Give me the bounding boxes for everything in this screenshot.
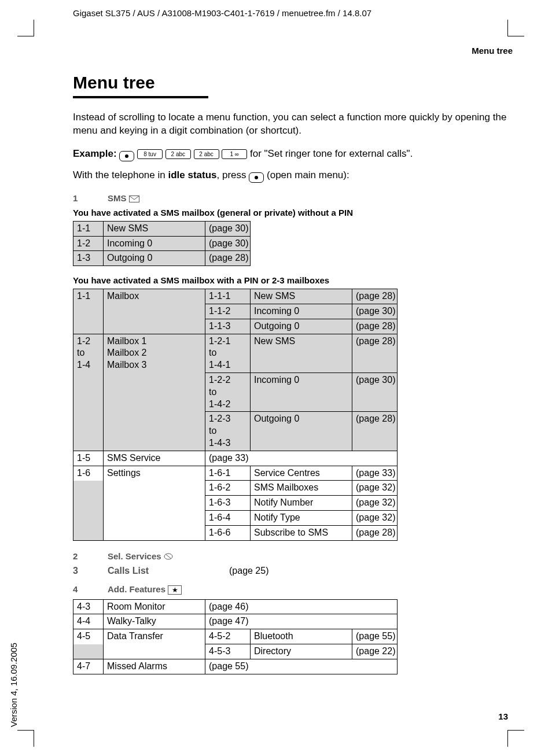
cell-sublabel: Bluetooth <box>251 629 352 644</box>
cell-code: 1-1 <box>73 221 104 236</box>
text: With the telephone in <box>73 169 168 180</box>
cell-page: (page 33) <box>352 466 398 481</box>
cell-subcode: 1-1-1 <box>205 289 251 304</box>
cell-label: Walky-Talky <box>104 614 205 629</box>
key-icon: 1 ∞ <box>222 149 247 159</box>
version-text: Version 4, 16.09.2005 <box>9 643 19 727</box>
page-title: Menu tree <box>73 73 515 93</box>
cell-label: New SMS <box>104 221 205 236</box>
cell-subcode: 1-1-2 <box>205 304 251 319</box>
example-label: Example: <box>73 148 117 159</box>
cell-page: (page 28) <box>205 251 251 266</box>
cell-page: (page 55) <box>205 659 398 674</box>
cell-subcode: 1-6-1 <box>205 466 251 481</box>
idle-instruction: With the telephone in idle status, press… <box>73 169 515 183</box>
cell-page: (page 30) <box>352 373 398 412</box>
cell-page: (page 32) <box>352 481 398 496</box>
table-row: 4-7 Missed Alarms (page 55) <box>73 659 398 674</box>
intro-text: Instead of scrolling to locate a menu fu… <box>73 111 515 138</box>
table-row: 1-6-6 Subscribe to SMS (page 28) <box>73 525 398 540</box>
cell-label: Missed Alarms <box>104 659 205 674</box>
star-icon: ★ <box>168 585 182 595</box>
cell-page: (page 28) <box>352 334 398 373</box>
cell-sublabel: New SMS <box>251 334 352 373</box>
cell-page: (page 33) <box>205 451 398 466</box>
crop-mark-icon <box>507 730 524 747</box>
cell-sublabel: Incoming 0 <box>251 304 352 319</box>
cell-code: 4-4 <box>73 614 104 629</box>
cell-code: 4-7 <box>73 659 104 674</box>
note-with-pin: You have activated a SMS mailbox with a … <box>73 275 515 285</box>
cell-subcode: 1-2-2to1-4-2 <box>205 373 251 412</box>
cell-code: 1-2to1-4 <box>73 334 104 373</box>
example-tail: for "Set ringer tone for external calls"… <box>250 148 413 159</box>
section-label: Calls List <box>108 566 206 576</box>
envelope-icon <box>129 196 139 202</box>
cell-page: (page 28) <box>352 525 398 540</box>
table-row: 1-6-2 SMS Mailboxes (page 32) <box>73 481 398 496</box>
section-header-services: 2 Sel. Services <box>73 551 515 561</box>
cell-sublabel: Notify Type <box>251 511 352 526</box>
table-row: 1-1-2 Incoming 0 (page 30) <box>73 304 398 319</box>
cell-page: (page 28) <box>352 412 398 451</box>
table-row: 1-1 New SMS (page 30) <box>73 221 251 236</box>
cell-subcode: 4-5-2 <box>205 629 251 644</box>
note-no-pin: You have activated a SMS mailbox (genera… <box>73 208 515 217</box>
cell-code: 1-1 <box>73 289 104 304</box>
crop-mark-icon <box>17 20 34 36</box>
cell-label: Settings <box>104 466 205 481</box>
table-row: 1-2-3to1-4-3 Outgoing 0 (page 28) <box>73 412 398 451</box>
cell-sublabel: New SMS <box>251 289 352 304</box>
cell-code: 1-3 <box>73 251 104 266</box>
section-number: 2 <box>73 551 84 561</box>
cell-sublabel: Subscribe to SMS <box>251 525 352 540</box>
center-key-icon <box>249 172 264 183</box>
cell-subcode: 1-1-3 <box>205 319 251 334</box>
cell-page: (page 46) <box>205 599 398 614</box>
cell-page: (page 55) <box>352 629 398 644</box>
example-line: Example: 8 tuv 2 abc 2 abc 1 ∞ for "Set … <box>73 147 515 161</box>
cell-subcode: 4-5-3 <box>205 644 251 659</box>
cell-label: Mailbox 1Mailbox 2Mailbox 3 <box>104 334 205 373</box>
key-icon: 8 tuv <box>137 149 163 159</box>
section-label: Sel. Services <box>108 551 161 561</box>
cell-sublabel: Outgoing 0 <box>251 412 352 451</box>
section-header-sms: 1 SMS <box>73 193 515 203</box>
services-icon <box>164 552 173 560</box>
center-key-icon <box>119 151 134 161</box>
cell-sublabel: Incoming 0 <box>251 373 352 412</box>
cell-sublabel: Directory <box>251 644 352 659</box>
section-number: 3 <box>73 566 84 576</box>
cell-subcode: 1-6-2 <box>205 481 251 496</box>
table-row: 1-1 Mailbox 1-1-1 New SMS (page 28) <box>73 289 398 304</box>
table-row: 1-6-4 Notify Type (page 32) <box>73 511 398 526</box>
cell-label: Incoming 0 <box>104 236 205 251</box>
section-header-features: 4 Add. Features ★ <box>73 584 515 595</box>
cell-sublabel: SMS Mailboxes <box>251 481 352 496</box>
section-header-calls: 3 Calls List (page 25) <box>73 566 515 576</box>
table-row: 4-5 Data Transfer 4-5-2 Bluetooth (page … <box>73 629 398 644</box>
text: , press <box>217 169 249 180</box>
cell-subcode: 1-2-1to1-4-1 <box>205 334 251 373</box>
page-number: 13 <box>498 711 508 721</box>
cell-page: (page 28) <box>352 289 398 304</box>
cell-page: (page 32) <box>352 511 398 526</box>
page-ref: (page 25) <box>229 566 269 576</box>
cell-page: (page 30) <box>205 221 251 236</box>
table-row: 1-6 Settings 1-6-1 Service Centres (page… <box>73 466 398 481</box>
table-row: 4-3 Room Monitor (page 46) <box>73 599 398 614</box>
table-sms-no-pin: 1-1 New SMS (page 30) 1-2 Incoming 0 (pa… <box>73 221 251 266</box>
section-number: 4 <box>73 584 84 594</box>
cell-code: 4-5 <box>73 629 104 644</box>
table-row: 1-6-3 Notify Number (page 32) <box>73 496 398 511</box>
table-row: 4-5-3 Directory (page 22) <box>73 644 398 659</box>
section-label: SMS <box>108 193 127 203</box>
cell-subcode: 1-6-3 <box>205 496 251 511</box>
table-row: 1-2-2to1-4-2 Incoming 0 (page 30) <box>73 373 398 412</box>
table-row: 4-4 Walky-Talky (page 47) <box>73 614 398 629</box>
cell-code: 1-6 <box>73 466 104 481</box>
text: (open main menu): <box>264 169 349 180</box>
cell-label: SMS Service <box>104 451 205 466</box>
cell-subcode: 1-6-6 <box>205 525 251 540</box>
cell-label: Data Transfer <box>104 629 205 644</box>
